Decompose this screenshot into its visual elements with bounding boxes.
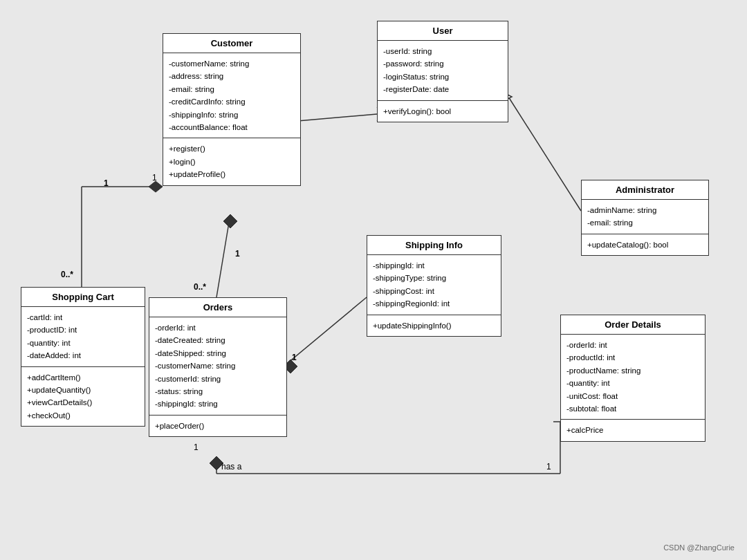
label-many-orders: 0..*: [194, 282, 206, 292]
label-1-customer-cart: 1: [104, 178, 109, 188]
cart-attributes: -cartId: int -productID: int -quantity: …: [21, 307, 145, 367]
order-details-header: Order Details: [561, 315, 705, 335]
orders-class-header: Orders: [149, 298, 286, 317]
label-1-bottom-orders: 1: [194, 442, 199, 452]
customer-attr-4: -creditCardInfo: string: [169, 95, 295, 108]
user-method-1: +verifyLogin(): bool: [383, 105, 502, 118]
order-details-methods: +calcPrice: [561, 420, 705, 440]
od-attr-5: -unitCost: float: [566, 390, 699, 402]
orders-attr-2: -dateCreated: string: [155, 334, 281, 346]
diagram-container: 1 0..* 1 0..* 1 has a 1 1 1 User -userId…: [0, 0, 747, 560]
cart-attr-1: -cartId: int: [27, 311, 139, 324]
watermark: CSDN @ZhangCurie: [663, 543, 735, 552]
customer-attr-5: -shippingInfo: string: [169, 109, 295, 121]
svg-marker-7: [223, 214, 237, 228]
orders-attr-7: -shippingId: string: [155, 398, 281, 410]
admin-class-header: Administrator: [582, 180, 708, 200]
admin-attributes: -adminName: string -email: string: [582, 200, 708, 234]
label-1-shipping: 1: [292, 353, 297, 362]
cart-attr-3: -quantity: int: [27, 337, 139, 349]
user-attributes: -userId: string -password: string -login…: [378, 41, 508, 101]
cart-methods: +addCartItem() +updateQuantity() +viewCa…: [21, 367, 145, 427]
user-attr-4: -registerDate: date: [383, 83, 502, 95]
od-attr-3: -productName: string: [566, 364, 699, 377]
orders-attr-6: -status: string: [155, 385, 281, 398]
svg-marker-5: [149, 181, 163, 192]
admin-method-1: +updateCatalog(): bool: [587, 239, 703, 251]
customer-attributes: -customerName: string -address: string -…: [163, 53, 300, 138]
customer-class: Customer -customerName: string -address:…: [163, 33, 301, 186]
svg-line-0: [297, 114, 377, 121]
shipping-methods: +updateShippingInfo(): [367, 315, 501, 336]
svg-line-1: [508, 97, 581, 211]
shipping-info-class: Shipping Info -shippingId: int -shipping…: [367, 235, 501, 337]
user-attr-1: -userId: string: [383, 45, 502, 57]
customer-method-1: +register(): [169, 142, 295, 155]
user-class: User -userId: string -password: string -…: [377, 21, 508, 122]
od-attr-2: -productId: int: [566, 351, 699, 364]
user-attr-3: -loginStatus: string: [383, 71, 502, 83]
customer-method-2: +login(): [169, 156, 295, 168]
admin-methods: +updateCatalog(): bool: [582, 234, 708, 255]
od-attr-6: -subtotal: float: [566, 402, 699, 415]
customer-attr-3: -email: string: [169, 83, 295, 95]
user-class-header: User: [378, 21, 508, 41]
shipping-method-1: +updateShippingInfo(): [373, 319, 495, 332]
orders-attr-3: -dateShipped: string: [155, 347, 281, 360]
orders-method-1: +placeOrder(): [155, 420, 281, 432]
orders-class: Orders -orderId: int -dateCreated: strin…: [149, 297, 287, 437]
shipping-attributes: -shippingId: int -shippingType: string -…: [367, 255, 501, 315]
customer-attr-2: -address: string: [169, 70, 295, 82]
cart-method-1: +addCartItem(): [27, 371, 139, 384]
admin-attr-1: -adminName: string: [587, 204, 703, 216]
shipping-attr-3: -shippingCost: int: [373, 285, 495, 297]
shipping-attr-2: -shippingType: string: [373, 272, 495, 284]
orders-attr-5: -customerId: string: [155, 373, 281, 385]
order-details-attributes: -orderId: int -productId: int -productNa…: [561, 335, 705, 420]
svg-line-6: [216, 214, 230, 297]
od-attr-4: -quantity: int: [566, 377, 699, 389]
cart-method-2: +updateQuantity(): [27, 384, 139, 396]
cart-class-header: Shopping Cart: [21, 288, 145, 307]
cart-method-4: +checkOut(): [27, 409, 139, 422]
label-has-a: has a: [221, 462, 241, 472]
od-method-1: +calcPrice: [566, 424, 699, 436]
label-1-orderdetails: 1: [546, 462, 551, 472]
orders-attr-4: -customerName: string: [155, 360, 281, 372]
customer-class-header: Customer: [163, 34, 300, 53]
cart-attr-4: -dateAdded: int: [27, 349, 139, 362]
od-attr-1: -orderId: int: [566, 339, 699, 351]
cart-attr-2: -productID: int: [27, 324, 139, 336]
shipping-class-header: Shipping Info: [367, 236, 501, 255]
cart-method-3: +viewCartDetails(): [27, 396, 139, 409]
shipping-attr-1: -shippingId: int: [373, 259, 495, 272]
user-methods: +verifyLogin(): bool: [378, 101, 508, 122]
customer-attr-6: -accountBalance: float: [169, 121, 295, 133]
order-details-class: Order Details -orderId: int -productId: …: [560, 315, 706, 442]
admin-attr-2: -email: string: [587, 216, 703, 229]
customer-methods: +register() +login() +updateProfile(): [163, 138, 300, 185]
user-attr-2: -password: string: [383, 57, 502, 70]
administrator-class: Administrator -adminName: string -email:…: [581, 180, 709, 256]
orders-methods: +placeOrder(): [149, 416, 286, 436]
customer-attr-1: -customerName: string: [169, 57, 295, 70]
orders-attributes: -orderId: int -dateCreated: string -date…: [149, 317, 286, 416]
label-many-cart: 0..*: [61, 270, 73, 279]
orders-attr-1: -orderId: int: [155, 321, 281, 334]
shopping-cart-class: Shopping Cart -cartId: int -productID: i…: [21, 287, 145, 427]
label-1-comp-cart: 1: [152, 173, 157, 183]
label-1-orders: 1: [235, 249, 240, 259]
customer-method-3: +updateProfile(): [169, 168, 295, 180]
shipping-attr-4: -shippingRegionId: int: [373, 297, 495, 310]
